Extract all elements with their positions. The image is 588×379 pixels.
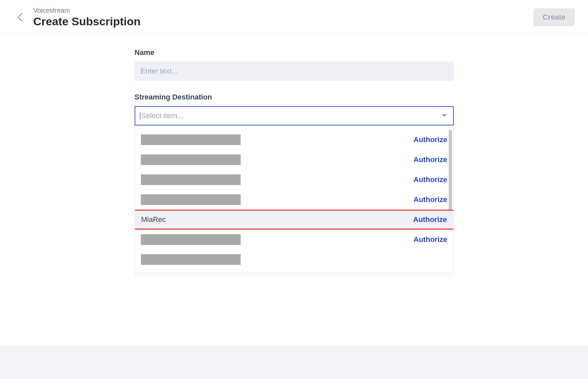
authorize-link[interactable]: Authorize [413,155,447,164]
destination-select[interactable]: Select item... [135,106,454,125]
authorize-link[interactable]: Authorize [413,135,447,144]
header-left: Voicestream Create Subscription [17,7,141,28]
destination-dropdown: AuthorizeAuthorizeAuthorizeAuthorizeMiaR… [135,127,454,273]
dropdown-item-label: MiaRec [141,215,166,224]
footer-band [0,346,588,379]
authorize-link[interactable]: Authorize [413,195,447,204]
select-placeholder: Select item... [141,111,183,120]
redacted-label [141,194,241,205]
authorize-link[interactable]: Authorize [413,175,447,184]
title-group: Voicestream Create Subscription [33,7,141,28]
dropdown-item[interactable]: Authorize [135,130,453,150]
chevron-left-icon [17,13,23,22]
page-header: Voicestream Create Subscription Create [0,0,588,35]
dropdown-item[interactable] [135,250,453,270]
dropdown-item[interactable]: Authorize [135,190,453,210]
breadcrumb: Voicestream [33,7,141,14]
name-input[interactable] [135,62,454,81]
main-content: Name Streaming Destination Select item..… [0,35,588,125]
dropdown-item[interactable]: Authorize [135,170,453,190]
authorize-link[interactable]: Authorize [413,215,447,224]
back-button[interactable] [17,13,23,22]
redacted-label [141,174,241,185]
authorize-link[interactable]: Authorize [413,235,447,244]
name-label: Name [135,48,454,57]
scrollbar[interactable] [449,130,452,222]
redacted-label [141,134,241,145]
redacted-label [141,154,241,165]
page-title: Create Subscription [33,15,141,28]
create-button[interactable]: Create [533,8,575,26]
dropdown-item-miarec[interactable]: MiaRecAuthorize [135,210,454,230]
redacted-label [141,234,241,245]
form-container: Name Streaming Destination Select item..… [135,48,454,125]
dropdown-item[interactable]: Authorize [135,150,453,170]
redacted-label [141,254,241,265]
dropdown-item[interactable]: Authorize [135,230,453,250]
destination-label: Streaming Destination [135,93,454,101]
caret-down-icon [442,114,447,117]
text-cursor [140,112,140,119]
destination-select-wrapper: Select item... AuthorizeAuthorizeAuthori… [135,106,454,125]
dropdown-item[interactable]: Authorize [135,270,453,273]
dropdown-list: AuthorizeAuthorizeAuthorizeAuthorizeMiaR… [135,127,453,273]
